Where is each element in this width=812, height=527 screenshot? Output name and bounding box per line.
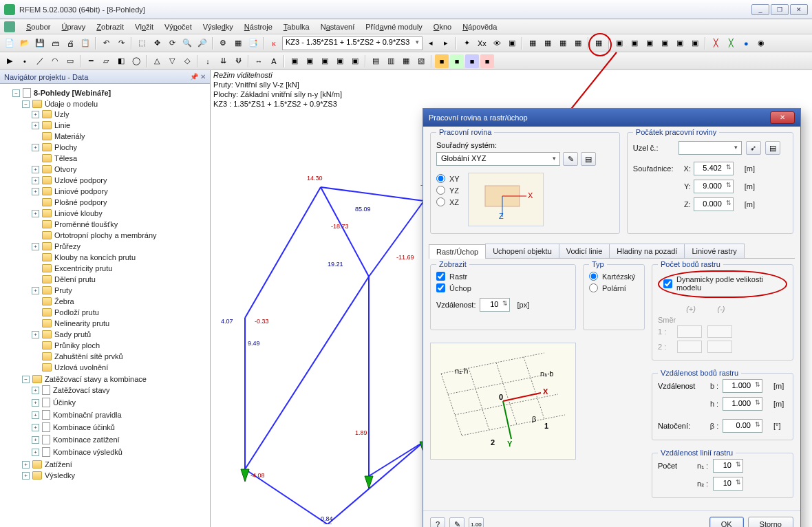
- menu-nastaveni[interactable]: Nastavení: [315, 21, 361, 33]
- res4-icon[interactable]: ▧: [414, 54, 428, 68]
- tree-item[interactable]: Liniové podpory: [54, 187, 108, 195]
- rotate-icon[interactable]: ⟳: [165, 36, 179, 50]
- cancel-button[interactable]: Storno: [748, 517, 793, 527]
- chk-dynamic[interactable]: Dynamicky podle velikosti modelu: [663, 274, 782, 293]
- pin-icon[interactable]: 📌 ✕: [190, 73, 206, 80]
- plane-xy-radio[interactable]: XY: [436, 173, 460, 184]
- zoomfit-icon[interactable]: 🔎: [195, 36, 209, 50]
- zoom-icon[interactable]: 🔍: [180, 36, 194, 50]
- lc-right-icon[interactable]: ▸: [439, 36, 453, 50]
- member-icon[interactable]: ━: [84, 54, 98, 68]
- misc2-icon[interactable]: ▣: [303, 54, 317, 68]
- tree-item[interactable]: Ortotropní plochy a membrány: [54, 231, 157, 239]
- new-icon[interactable]: 📄: [3, 36, 17, 50]
- t-f-icon[interactable]: ▣: [688, 36, 702, 50]
- radio-polar[interactable]: Polární: [589, 282, 639, 294]
- tree-item[interactable]: Sady prutů: [54, 330, 91, 338]
- chk-snap[interactable]: Úchop: [436, 282, 570, 294]
- tree-item[interactable]: Materiály: [54, 132, 85, 140]
- menu-tabulka[interactable]: Tabulka: [278, 21, 315, 33]
- coord-x-input[interactable]: 5.402: [694, 162, 734, 175]
- coord-y-input[interactable]: 9.000: [694, 180, 734, 193]
- menu-vysledky[interactable]: Výsledky: [197, 21, 239, 33]
- tree-item[interactable]: Kombinace účinků: [53, 423, 115, 431]
- load1-icon[interactable]: ↓: [201, 54, 215, 68]
- tree-item[interactable]: Průřezy: [54, 242, 81, 250]
- tree-item[interactable]: Proměnné tloušťky: [54, 220, 118, 228]
- cs-combo[interactable]: Globální XYZ: [436, 152, 560, 166]
- line-icon[interactable]: ／: [33, 54, 47, 68]
- dialog-titlebar[interactable]: Pracovní rovina a rastr/úchop ✕: [423, 109, 800, 127]
- undo-icon[interactable]: ↶: [99, 36, 113, 50]
- axis-z-icon[interactable]: ●: [739, 36, 753, 50]
- tree-item[interactable]: Uzlová uvolnění: [54, 363, 108, 372]
- loadcase-combo[interactable]: KZ3 - 1.35*ZS1 + 1.5*ZS2 + 0.9*ZS3: [282, 36, 423, 50]
- grid4-icon[interactable]: ▦: [571, 36, 585, 50]
- tree-item[interactable]: Nelinearity prutu: [54, 319, 109, 327]
- minimize-button[interactable]: _: [751, 4, 769, 15]
- axis-iso-icon[interactable]: ◉: [754, 36, 768, 50]
- tree-item[interactable]: Žebra: [54, 297, 74, 305]
- saveall-icon[interactable]: 🗃: [48, 36, 62, 50]
- lc-left-icon[interactable]: ◂: [424, 36, 438, 50]
- report-icon[interactable]: 📑: [246, 36, 260, 50]
- tree-item[interactable]: Dělení prutu: [54, 275, 96, 283]
- misc4-icon[interactable]: ▣: [333, 54, 347, 68]
- menu-zobrazit[interactable]: Zobrazit: [91, 21, 129, 33]
- maximize-button[interactable]: ❐: [771, 4, 789, 15]
- tree-item[interactable]: Linie: [54, 121, 70, 129]
- tree-loads[interactable]: Zatěžovací stavy a kombinace: [45, 375, 147, 383]
- tree-item[interactable]: Excentricity prutu: [54, 264, 112, 272]
- tree-item[interactable]: Kombinační pravidla: [53, 411, 122, 419]
- select-icon[interactable]: ⬚: [135, 36, 149, 50]
- xx-icon[interactable]: Xx: [475, 36, 489, 50]
- tree-item[interactable]: Plochy: [54, 143, 77, 151]
- lc-prev-icon[interactable]: κ: [267, 36, 281, 50]
- res3-icon[interactable]: ▦: [399, 54, 413, 68]
- misc1-icon[interactable]: ▣: [288, 54, 301, 68]
- grid2-icon[interactable]: ▦: [541, 36, 555, 50]
- axis-x-icon[interactable]: ╳: [709, 36, 723, 50]
- t-c-icon[interactable]: ▣: [643, 36, 656, 50]
- tree-item[interactable]: Kombinace zatížení: [53, 435, 120, 444]
- t-d-icon[interactable]: ▣: [658, 36, 672, 50]
- t-a-icon[interactable]: ▣: [612, 36, 626, 50]
- beta-input[interactable]: 0.00: [723, 419, 762, 433]
- rect-icon[interactable]: ▭: [63, 54, 77, 68]
- col3-icon[interactable]: ■: [465, 54, 479, 68]
- tree-item[interactable]: Otvory: [54, 165, 76, 173]
- calc-icon[interactable]: ⚙: [216, 36, 230, 50]
- tree-item[interactable]: Uzly: [54, 110, 69, 118]
- grid1-icon[interactable]: ▦: [526, 36, 539, 50]
- cs-open-icon[interactable]: ▤: [581, 152, 596, 166]
- coord-z-input[interactable]: 0.000: [694, 197, 734, 211]
- supp3-icon[interactable]: ◇: [180, 54, 194, 68]
- tree-item[interactable]: Pruty: [54, 286, 72, 294]
- tab-linegrids[interactable]: Liniové rastry: [684, 244, 744, 258]
- help-icon[interactable]: ?: [430, 517, 445, 527]
- tab-osnap[interactable]: Uchopení objektu: [485, 244, 559, 258]
- tab-bglayers[interactable]: Hladiny na pozadí: [609, 244, 685, 258]
- supp1-icon[interactable]: △: [150, 54, 164, 68]
- text-icon[interactable]: A: [267, 54, 281, 68]
- res2-icon[interactable]: ▥: [384, 54, 398, 68]
- menu-soubor[interactable]: Soubor: [21, 21, 56, 33]
- print-icon[interactable]: 🖨: [63, 36, 77, 50]
- chk-rastr[interactable]: Rastr: [436, 270, 570, 282]
- h-input[interactable]: 1.000: [723, 397, 762, 411]
- eye-icon[interactable]: 👁: [490, 36, 504, 50]
- load3-icon[interactable]: ⟱: [231, 54, 245, 68]
- menu-vypocet[interactable]: Výpočet: [159, 21, 197, 33]
- node-list-icon[interactable]: ▤: [765, 141, 780, 155]
- open-icon[interactable]: 📂: [18, 36, 32, 50]
- misc5-icon[interactable]: ▣: [348, 54, 362, 68]
- defaults-icon[interactable]: ✎: [449, 517, 464, 527]
- tree-item[interactable]: Plošné podpory: [54, 198, 107, 206]
- dim-icon[interactable]: ↔: [252, 54, 266, 68]
- navigator-tree[interactable]: −8-Pohledy [Webináře] −Údaje o modelu +U…: [0, 84, 210, 527]
- tree-model[interactable]: Údaje o modelu: [45, 100, 98, 108]
- supp2-icon[interactable]: ▽: [165, 54, 179, 68]
- menu-pridavne[interactable]: Přídavné moduly: [360, 21, 428, 33]
- pick-node-icon[interactable]: ➶: [746, 141, 761, 155]
- move-icon[interactable]: ✥: [150, 36, 164, 50]
